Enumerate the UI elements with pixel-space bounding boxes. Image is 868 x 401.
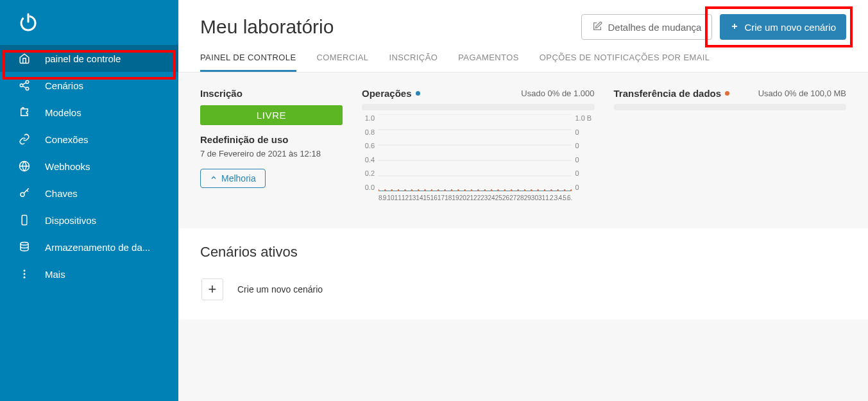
svg-point-68 — [504, 189, 506, 191]
sidebar: painel de controleCenáriosModelosConexõe… — [0, 0, 178, 401]
svg-point-11 — [24, 273, 26, 275]
sidebar-item-home[interactable]: painel de controle — [0, 45, 178, 72]
y-tick: 0 — [575, 156, 595, 164]
y-tick: 0.6 — [362, 142, 375, 149]
nav-list: painel de controleCenáriosModelosConexõe… — [0, 45, 178, 287]
sidebar-item-label: Webhooks — [45, 161, 90, 172]
chevron-up-icon — [210, 173, 217, 183]
x-tick: 10. — [387, 194, 394, 201]
tab-1[interactable]: COMERCIAL — [317, 53, 369, 72]
more-icon — [18, 268, 31, 280]
x-tick: 3. — [554, 194, 559, 201]
x-tick: 2. — [550, 194, 554, 201]
svg-point-60 — [451, 189, 453, 191]
x-tick: 31. — [538, 194, 545, 201]
plus-icon: + — [201, 278, 223, 300]
svg-point-50 — [384, 189, 386, 191]
svg-point-73 — [537, 189, 539, 191]
key-icon — [18, 187, 31, 200]
svg-point-9 — [21, 243, 28, 246]
x-axis: 8.9.10.11.12.13.14.15.16.17.18.19.20.21.… — [379, 194, 572, 201]
svg-point-51 — [391, 189, 393, 191]
subscription-panel: Inscrição LIVRE Redefinição de uso 7 de … — [200, 88, 343, 210]
details-button[interactable]: Detalhes de mudança — [581, 14, 712, 40]
y-tick: 0.0 — [362, 183, 375, 191]
sidebar-item-link[interactable]: Conexões — [0, 126, 178, 153]
svg-point-49 — [379, 189, 379, 191]
sidebar-item-globe[interactable]: Webhooks — [0, 153, 178, 180]
x-tick: 14. — [416, 194, 423, 201]
svg-point-62 — [464, 189, 466, 191]
x-tick: 15. — [423, 194, 430, 201]
upgrade-button[interactable]: Melhoria — [200, 169, 266, 188]
x-tick: 20. — [459, 194, 466, 201]
x-tick: 29. — [524, 194, 531, 201]
sidebar-item-share[interactable]: Cenários — [0, 72, 178, 99]
svg-point-72 — [531, 189, 532, 191]
operations-title: Operações — [362, 88, 412, 99]
tabbar: PAINEL DE CONTROLECOMERCIALINSCRIÇÃOPAGA… — [178, 40, 868, 73]
x-tick: 17. — [438, 194, 445, 201]
x-tick: 4. — [558, 194, 563, 201]
sidebar-item-more[interactable]: Mais — [0, 260, 178, 287]
y-tick: 1.0 — [362, 114, 375, 122]
tab-2[interactable]: INSCRIÇÃO — [389, 53, 438, 72]
svg-point-66 — [491, 189, 493, 191]
x-tick: 23. — [481, 194, 488, 201]
sidebar-item-label: Conexões — [45, 134, 89, 145]
sidebar-item-puzzle[interactable]: Modelos — [0, 99, 178, 126]
svg-point-67 — [497, 189, 499, 191]
svg-point-52 — [398, 189, 400, 191]
x-tick: 30. — [531, 194, 538, 201]
y-tick: 0 — [575, 128, 595, 136]
svg-point-3 — [20, 84, 23, 87]
sidebar-item-label: Dispositivos — [45, 215, 96, 226]
upgrade-button-label: Melhoria — [221, 173, 256, 183]
create-scenario-row-label: Crie um novo cenário — [237, 284, 323, 294]
create-scenario-button[interactable]: Crie um novo cenário — [720, 14, 846, 40]
edit-icon — [592, 21, 602, 33]
svg-rect-7 — [22, 216, 27, 225]
operations-usage: Usado 0% de 1.000 — [521, 89, 594, 98]
svg-point-70 — [517, 189, 519, 191]
device-icon — [18, 214, 31, 226]
tab-4[interactable]: OPÇÕES DE NOTIFICAÇÕES POR EMAIL — [540, 53, 710, 72]
x-tick: 8. — [379, 194, 383, 201]
sidebar-item-label: Mais — [45, 269, 65, 280]
app-logo[interactable] — [0, 6, 178, 45]
tab-0[interactable]: PAINEL DE CONTROLE — [200, 53, 296, 72]
y-tick: 0 — [575, 183, 595, 191]
home-icon — [18, 52, 31, 65]
svg-point-12 — [24, 277, 26, 278]
sidebar-item-device[interactable]: Dispositivos — [0, 207, 178, 234]
y-tick: 0.2 — [362, 169, 375, 177]
x-tick: 13. — [409, 194, 416, 201]
share-icon — [18, 79, 31, 92]
x-tick: 24. — [488, 194, 495, 201]
content: Inscrição LIVRE Redefinição de uso 7 de … — [178, 73, 868, 401]
y-tick: 0 — [575, 142, 595, 149]
x-tick: 16. — [430, 194, 438, 201]
x-tick: 12. — [402, 194, 409, 201]
svg-point-56 — [424, 189, 426, 191]
sidebar-item-key[interactable]: Chaves — [0, 180, 178, 207]
svg-point-63 — [471, 189, 473, 191]
x-tick: 5. — [563, 194, 567, 201]
x-tick: 28. — [516, 194, 523, 201]
svg-point-69 — [511, 189, 513, 191]
svg-point-71 — [524, 189, 526, 191]
x-tick: 18. — [445, 194, 452, 201]
y-axis-right: 1.0 B00000 — [575, 114, 595, 191]
y-tick: 0 — [575, 169, 595, 177]
x-tick: 27. — [509, 194, 516, 201]
svg-point-2 — [26, 81, 29, 84]
transfer-title: Transferência de dados — [614, 88, 722, 99]
operations-progress — [362, 104, 595, 110]
create-scenario-row[interactable]: + Crie um novo cenário — [200, 275, 846, 304]
sidebar-item-storage[interactable]: Armazenamento de da... — [0, 234, 178, 260]
globe-icon — [18, 160, 31, 173]
x-tick: 21. — [466, 194, 473, 201]
svg-point-59 — [444, 189, 446, 191]
transfer-progress — [614, 104, 847, 110]
tab-3[interactable]: PAGAMENTOS — [458, 53, 519, 72]
